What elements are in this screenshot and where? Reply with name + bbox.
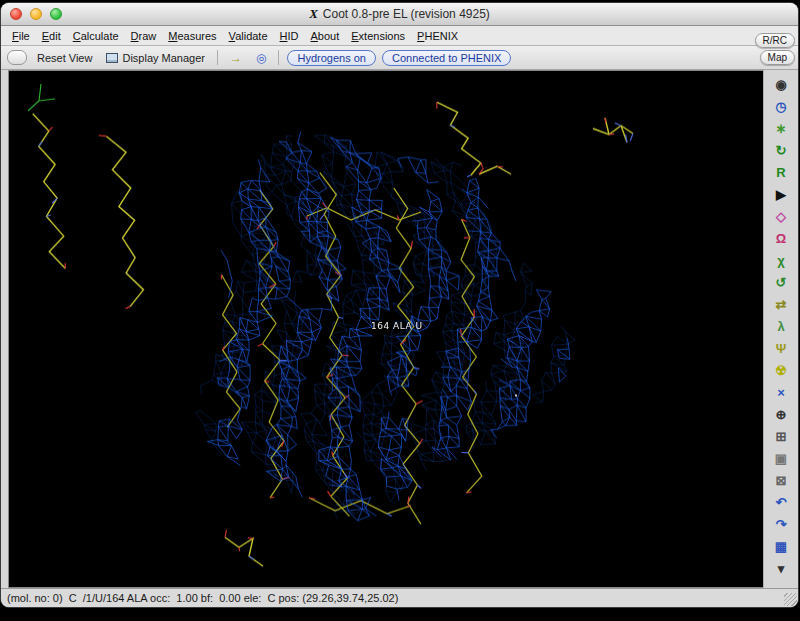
side-buttons: R/RC Map [755, 33, 795, 65]
go-to-atom-button[interactable]: → [226, 49, 246, 67]
reset-view-label: Reset View [37, 52, 92, 64]
toolbar: Reset View Display Manager → ◎ Hydrogens… [1, 46, 798, 70]
menu-hid[interactable]: HID [274, 28, 305, 44]
display-manager-label: Display Manager [122, 52, 205, 64]
window-title: XCoot 0.8-pre EL (revision 4925) [1, 6, 798, 22]
zoom-button[interactable] [50, 8, 62, 20]
status-bar: (mol. no: 0) C /1/U/164 ALA occ: 1.00 bf… [1, 588, 798, 607]
fix-atoms-icon[interactable]: ◇ [768, 205, 794, 227]
menu-about[interactable]: About [305, 28, 346, 44]
toolbar-separator [217, 50, 218, 65]
title-bar[interactable]: XCoot 0.8-pre EL (revision 4925) [1, 3, 798, 26]
add-residue-icon[interactable]: ⊞ [768, 425, 794, 447]
menu-file[interactable]: File [6, 28, 36, 44]
window-controls [1, 8, 62, 20]
minimize-button[interactable] [30, 8, 42, 20]
pep-flip-icon[interactable]: Ω [768, 227, 794, 249]
close-button[interactable] [10, 8, 22, 20]
clear-picks-icon[interactable]: × [768, 381, 794, 403]
timer-icon[interactable]: ◷ [768, 95, 794, 117]
menu-validate[interactable]: Validate [223, 28, 274, 44]
toolbar-separator [278, 50, 279, 65]
map-button[interactable]: Map [760, 50, 795, 65]
rotamer-icon[interactable]: ↺ [768, 271, 794, 293]
menu-bar: FileEditCalculateDrawMeasuresValidateHID… [1, 26, 798, 46]
toolbar-toggle-button[interactable] [7, 50, 27, 65]
display-manager-icon [106, 53, 118, 63]
phenix-connection-button[interactable]: Connected to PHENIX [382, 50, 511, 66]
go-to-ligand-icon: ◎ [256, 51, 266, 65]
refine-spin-icon[interactable]: ∗ [768, 117, 794, 139]
refmac-icon[interactable]: ▦ [768, 535, 794, 557]
alt-conf-icon[interactable]: ▣ [768, 447, 794, 469]
more-tools-icon[interactable]: ▾ [768, 557, 794, 579]
resize-grip[interactable] [784, 593, 797, 606]
redo-icon[interactable]: ↷ [768, 513, 794, 535]
gl-viewport: 164 ALA U [8, 70, 763, 588]
menu-draw[interactable]: Draw [125, 28, 163, 44]
menu-edit[interactable]: Edit [36, 28, 67, 44]
window-title-text: Coot 0.8-pre EL (revision 4925) [323, 7, 490, 21]
menu-phenix[interactable]: PHENIX [411, 28, 464, 44]
residue-label: 164 ALA U [371, 321, 423, 331]
menu-calculate[interactable]: Calculate [67, 28, 125, 44]
radiation-icon[interactable]: ☢ [768, 359, 794, 381]
place-atom-icon[interactable]: ⊕ [768, 403, 794, 425]
view-mode-icon[interactable]: ◉ [768, 73, 794, 95]
display-manager-button[interactable]: Display Manager [102, 50, 209, 66]
r-rc-button[interactable]: R/RC [755, 33, 795, 48]
auto-fit-rotamer-icon[interactable]: λ [768, 315, 794, 337]
hydrogens-toggle-button[interactable]: Hydrogens on [287, 50, 376, 66]
expand-tools-icon[interactable]: ▶ [768, 183, 794, 205]
delete-icon[interactable]: ⊠ [768, 469, 794, 491]
mutate-icon[interactable]: Ψ [768, 337, 794, 359]
main-area: 164 ALA U ◉◷∗↻R▶◇Ωχ↺⇄λΨ☢×⊕⊞▣⊠↶↷▦▾ [1, 70, 798, 588]
status-text: (mol. no: 0) C /1/U/164 ALA occ: 1.00 bf… [7, 592, 398, 604]
real-space-refine-icon[interactable]: ↻ [768, 139, 794, 161]
menu-measures[interactable]: Measures [162, 28, 222, 44]
chi-angles-icon[interactable]: χ [768, 249, 794, 271]
go-to-ligand-button[interactable]: ◎ [252, 49, 270, 67]
reset-view-button[interactable]: Reset View [33, 50, 96, 66]
regularize-icon[interactable]: R [768, 161, 794, 183]
undo-icon[interactable]: ↶ [768, 491, 794, 513]
coot-window: XCoot 0.8-pre EL (revision 4925) FileEdi… [1, 3, 798, 607]
right-toolbar: ◉◷∗↻R▶◇Ωχ↺⇄λΨ☢×⊕⊞▣⊠↶↷▦▾ [763, 70, 798, 588]
menu-extensions[interactable]: Extensions [345, 28, 411, 44]
go-to-atom-icon: → [230, 51, 242, 65]
x11-icon: X [309, 6, 318, 21]
rot-trans-icon[interactable]: ⇄ [768, 293, 794, 315]
